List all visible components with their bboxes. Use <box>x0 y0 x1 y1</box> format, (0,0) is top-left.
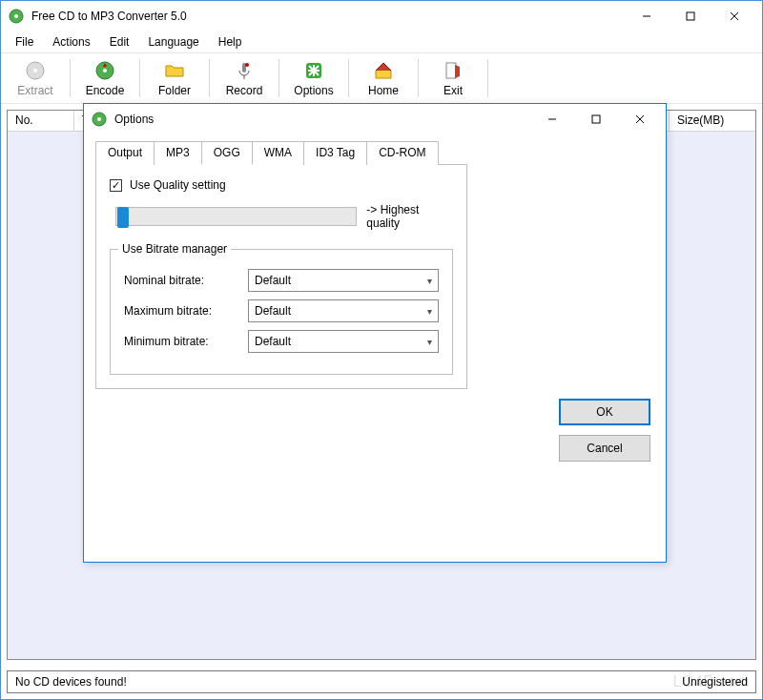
toolbar-exit-label: Exit <box>443 84 463 97</box>
slider-thumb-icon[interactable] <box>117 207 129 228</box>
nominal-bitrate-value: Default <box>255 274 291 287</box>
app-title: Free CD to MP3 Converter 5.0 <box>31 10 625 23</box>
svg-point-9 <box>103 69 107 72</box>
min-bitrate-label: Minimum bitrate: <box>124 335 248 348</box>
chevron-down-icon: ▾ <box>427 337 432 347</box>
toolbar-extract-button[interactable]: Extract <box>3 53 68 103</box>
tab-cdrom[interactable]: CD-ROM <box>366 141 438 165</box>
dialog-tabstrip: Output MP3 OGG WMA ID3 Tag CD-ROM <box>95 140 654 164</box>
svg-rect-18 <box>446 63 456 78</box>
svg-line-4 <box>731 12 738 20</box>
toolbar-extract-label: Extract <box>17 84 52 97</box>
tab-wma[interactable]: WMA <box>252 141 304 165</box>
bitrate-groupbox: Use Bitrate manager Nominal bitrate: Def… <box>110 249 453 375</box>
main-minimize-button[interactable] <box>625 2 669 31</box>
bitrate-group-label: Use Bitrate manager <box>118 242 231 256</box>
nominal-bitrate-label: Nominal bitrate: <box>124 274 248 287</box>
chevron-down-icon: ▾ <box>427 306 432 317</box>
app-icon <box>9 9 24 24</box>
chevron-down-icon: ▾ <box>427 276 432 286</box>
toolbar-sep <box>487 59 488 97</box>
toolbar-home-button[interactable]: Home <box>351 53 416 103</box>
toolbar-folder-button[interactable]: Folder <box>142 53 207 103</box>
toolbar: Extract Encode Folder Record <box>1 52 762 104</box>
statusbar: No CD devices found! Unregistered <box>7 670 756 693</box>
dialog-maximize-button[interactable] <box>574 106 618 133</box>
cancel-button[interactable]: Cancel <box>559 435 650 462</box>
svg-rect-3 <box>687 12 694 20</box>
max-bitrate-select[interactable]: Default ▾ <box>248 299 439 322</box>
dialog-app-icon <box>92 112 107 127</box>
toolbar-exit-button[interactable]: Exit <box>421 53 485 103</box>
max-bitrate-row: Maximum bitrate: Default ▾ <box>124 299 439 322</box>
tab-mp3[interactable]: MP3 <box>154 141 202 165</box>
menu-actions[interactable]: Actions <box>44 33 98 51</box>
checkbox-icon[interactable]: ✓ <box>110 179 122 192</box>
folder-icon <box>163 59 186 82</box>
min-bitrate-select[interactable]: Default ▾ <box>248 330 439 353</box>
svg-rect-22 <box>592 115 600 123</box>
min-bitrate-value: Default <box>255 335 291 348</box>
menu-help[interactable]: Help <box>210 33 251 51</box>
svg-line-23 <box>636 115 644 123</box>
nominal-bitrate-row: Nominal bitrate: Default ▾ <box>124 269 439 292</box>
svg-point-7 <box>33 69 37 72</box>
disc-extract-icon <box>24 59 47 82</box>
dialog-close-button[interactable] <box>618 106 662 133</box>
max-bitrate-label: Maximum bitrate: <box>124 304 248 318</box>
col-size[interactable]: Size(MB) <box>670 111 755 131</box>
quality-slider[interactable] <box>115 207 357 226</box>
dialog-minimize-button[interactable] <box>530 106 574 133</box>
quality-slider-label: -> Highest quality <box>366 203 453 230</box>
main-close-button[interactable] <box>712 2 756 31</box>
tab-pane-ogg: ✓ Use Quality setting -> Highest quality… <box>95 164 467 389</box>
menu-language[interactable]: Language <box>139 33 207 51</box>
main-titlebar: Free CD to MP3 Converter 5.0 <box>1 1 762 31</box>
nominal-bitrate-select[interactable]: Default ▾ <box>248 269 439 292</box>
ok-button[interactable]: OK <box>559 399 650 425</box>
toolbar-sep <box>70 59 71 97</box>
svg-line-24 <box>636 115 644 123</box>
toolbar-record-button[interactable]: Record <box>212 53 277 103</box>
min-bitrate-row: Minimum bitrate: Default ▾ <box>124 330 439 353</box>
options-asterisk-icon <box>302 59 325 82</box>
svg-line-5 <box>731 12 738 20</box>
col-no[interactable]: No. <box>8 111 74 131</box>
disc-encode-icon <box>93 59 116 82</box>
tab-ogg[interactable]: OGG <box>201 141 253 165</box>
toolbar-sep <box>139 59 140 97</box>
dialog-titlebar: Options <box>84 104 666 134</box>
toolbar-encode-label: Encode <box>86 84 125 97</box>
use-quality-label: Use Quality setting <box>130 178 226 192</box>
microphone-icon <box>233 59 256 82</box>
toolbar-options-label: Options <box>294 84 333 97</box>
dialog-title: Options <box>114 113 530 126</box>
svg-point-20 <box>97 117 101 121</box>
options-dialog: Options Output MP3 OGG WMA ID3 Tag CD-RO… <box>83 103 667 563</box>
status-right: Unregistered <box>682 675 748 689</box>
toolbar-sep <box>418 59 419 97</box>
max-bitrate-value: Default <box>255 304 291 318</box>
toolbar-record-label: Record <box>226 84 263 97</box>
toolbar-encode-button[interactable]: Encode <box>72 53 137 103</box>
use-quality-checkbox-row[interactable]: ✓ Use Quality setting <box>110 178 453 192</box>
tab-output[interactable]: Output <box>95 141 155 165</box>
toolbar-folder-label: Folder <box>158 84 191 97</box>
status-left: No CD devices found! <box>15 675 127 689</box>
svg-point-12 <box>245 63 249 67</box>
exit-door-icon <box>442 59 464 82</box>
tab-id3[interactable]: ID3 Tag <box>303 141 367 165</box>
dialog-body: Output MP3 OGG WMA ID3 Tag CD-ROM ✓ Use … <box>84 134 666 562</box>
menu-edit[interactable]: Edit <box>101 33 138 51</box>
dialog-button-row: OK Cancel <box>95 399 654 462</box>
menubar: File Actions Edit Language Help <box>1 31 762 52</box>
toolbar-home-label: Home <box>368 84 399 97</box>
menu-file[interactable]: File <box>7 33 42 51</box>
main-maximize-button[interactable] <box>669 2 712 31</box>
toolbar-sep <box>278 59 279 97</box>
home-icon <box>372 59 395 82</box>
svg-point-1 <box>14 14 18 18</box>
quality-slider-row: -> Highest quality <box>115 203 453 230</box>
toolbar-options-button[interactable]: Options <box>281 53 346 103</box>
toolbar-sep <box>348 59 349 97</box>
